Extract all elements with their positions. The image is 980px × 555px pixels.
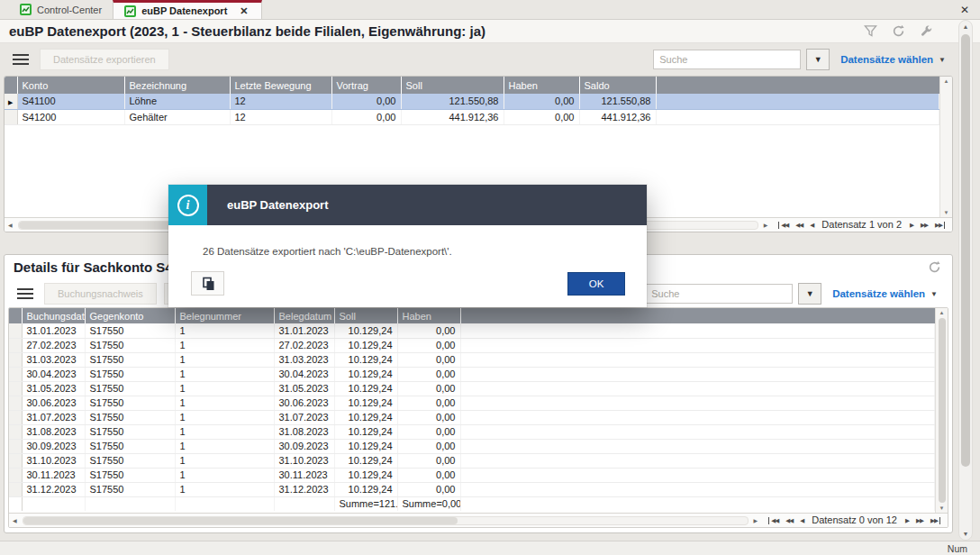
- column-header[interactable]: Soll: [401, 77, 504, 94]
- scroll-down-icon[interactable]: ▼: [940, 210, 953, 215]
- vertical-scrollbar[interactable]: ▲ ▼: [935, 308, 948, 513]
- window-vertical-scrollbar[interactable]: ▲ ▼: [958, 20, 973, 541]
- pager-next-button[interactable]: ▶: [902, 517, 912, 524]
- search-input[interactable]: [653, 50, 801, 69]
- table-row[interactable]: 31.10.2023S17550131.10.202310.129,240,00: [9, 453, 935, 468]
- pager-next-page-button[interactable]: ▶▶: [917, 222, 931, 229]
- table-cell: 12: [230, 94, 331, 109]
- table-cell: S17550: [85, 482, 175, 496]
- table-cell: S17550: [85, 352, 175, 367]
- summary-cell: [85, 496, 175, 511]
- scroll-down-icon[interactable]: ▼: [936, 505, 948, 511]
- pager-first-button[interactable]: ◀◀: [768, 517, 782, 524]
- choose-records-dropdown[interactable]: Datensätze wählen: [832, 288, 925, 299]
- table-cell: S17550: [85, 424, 175, 439]
- table-row[interactable]: 31.01.2023S17550131.01.202310.129,240,00: [9, 323, 935, 338]
- column-header[interactable]: Soll: [334, 308, 397, 323]
- column-header[interactable]: Gegenkonto: [85, 308, 175, 323]
- table-row[interactable]: 31.12.2023S17550131.12.202310.129,240,00: [9, 482, 935, 496]
- table-row[interactable]: 27.02.2023S17550127.02.202310.129,240,00: [9, 338, 935, 352]
- table-cell: S17550: [85, 453, 175, 468]
- table-row[interactable]: 30.04.2023S17550130.04.202310.129,240,00: [9, 367, 935, 381]
- column-header[interactable]: Belegnummer: [175, 308, 274, 323]
- column-header[interactable]: Vortrag: [331, 77, 401, 94]
- tab-control-center[interactable]: Control-Center: [9, 0, 113, 19]
- record-pager: ◀◀ ◀◀ ◀ Datensatz 0 von 12 ▶ ▶▶ ▶▶: [761, 515, 948, 526]
- refresh-icon[interactable]: [892, 24, 905, 38]
- status-bar: Num: [0, 541, 980, 555]
- table-cell: 30.06.2023: [22, 396, 85, 410]
- table-row[interactable]: ▶S41100Löhne120,00121.550,880,00121.550,…: [5, 94, 939, 109]
- table-row[interactable]: 30.11.2023S17550130.11.202310.129,240,00: [9, 468, 935, 482]
- table-row[interactable]: 30.09.2023S17550130.09.202310.129,240,00: [9, 439, 935, 453]
- table-row[interactable]: 31.08.2023S17550131.08.202310.129,240,00: [9, 424, 935, 439]
- table-cell: 10.129,24: [334, 396, 397, 410]
- menu-icon[interactable]: [13, 54, 29, 65]
- scrollbar-thumb[interactable]: [23, 517, 458, 524]
- export-records-button[interactable]: Datensätze exportieren: [40, 49, 169, 70]
- pager-next-page-button[interactable]: ▶▶: [912, 517, 927, 524]
- horizontal-scrollbar[interactable]: [23, 516, 749, 525]
- table-cell: 1: [175, 439, 274, 453]
- pager-last-button[interactable]: ▶▶: [931, 222, 945, 229]
- window-close-icon[interactable]: ✕: [957, 2, 973, 18]
- column-header[interactable]: Buchungsdatum: [22, 308, 85, 323]
- pager-first-button[interactable]: ◀◀: [778, 222, 792, 229]
- table-cell: 10.129,24: [334, 424, 397, 439]
- table-row[interactable]: 31.03.2023S17550131.03.202310.129,240,00: [9, 352, 935, 367]
- column-header[interactable]: Konto: [17, 77, 124, 94]
- row-indicator: [9, 338, 22, 352]
- filter-dropdown-button[interactable]: ▼: [798, 283, 821, 305]
- refresh-icon[interactable]: [928, 260, 941, 274]
- table-cell: 30.06.2023: [274, 396, 334, 410]
- table-row[interactable]: S41200Gehälter120,00441.912,360,00441.91…: [5, 109, 939, 124]
- table-cell: S17550: [85, 381, 175, 396]
- menu-icon[interactable]: [17, 288, 33, 299]
- booking-proof-button[interactable]: Buchungsnachweis: [44, 283, 157, 305]
- scroll-up-icon[interactable]: ▲: [940, 78, 953, 84]
- scroll-up-icon[interactable]: ▲: [936, 310, 948, 315]
- column-header[interactable]: Haben: [397, 308, 460, 323]
- table-cell-filler: [656, 94, 939, 109]
- filter-icon[interactable]: [864, 24, 877, 38]
- scrollbar-thumb[interactable]: [961, 34, 970, 467]
- copy-button[interactable]: [191, 271, 224, 296]
- filter-dropdown-button[interactable]: ▼: [806, 49, 830, 70]
- table-cell: 0,00: [397, 482, 460, 496]
- selected-row-marker-icon: ▶: [8, 99, 13, 105]
- tab-close-icon[interactable]: ✕: [238, 5, 250, 17]
- pager-last-button[interactable]: ▶▶: [927, 517, 940, 524]
- pager-prev-button[interactable]: ◀: [806, 222, 817, 229]
- table-cell: 1: [175, 396, 274, 410]
- table-cell: 1: [175, 482, 274, 496]
- tab-eubp-datenexport[interactable]: euBP Datenexport ✕: [113, 0, 261, 19]
- scroll-right-icon[interactable]: ▶: [750, 517, 762, 523]
- num-lock-indicator: Num: [948, 543, 967, 554]
- scroll-left-icon[interactable]: ◀: [9, 517, 21, 523]
- column-header[interactable]: Belegdatum: [274, 308, 334, 323]
- pager-next-button[interactable]: ▶: [906, 222, 917, 229]
- choose-records-dropdown[interactable]: Datensätze wählen: [840, 54, 933, 65]
- pager-prev-button[interactable]: ◀: [796, 517, 807, 524]
- column-header[interactable]: Letzte Bewegung: [230, 77, 331, 94]
- table-row[interactable]: 31.05.2023S17550131.05.202310.129,240,00: [9, 381, 935, 396]
- table-row[interactable]: 31.07.2023S17550131.07.202310.129,240,00: [9, 410, 935, 424]
- column-header[interactable]: Haben: [504, 77, 579, 94]
- vertical-scrollbar[interactable]: ▲ ▼: [939, 77, 952, 217]
- search-input[interactable]: [645, 284, 793, 304]
- scroll-up-icon[interactable]: ▲: [963, 21, 969, 32]
- table-cell: 1: [175, 453, 274, 468]
- wrench-icon[interactable]: [920, 24, 933, 38]
- ok-button[interactable]: OK: [567, 272, 625, 296]
- table-row[interactable]: 30.06.2023S17550130.06.202310.129,240,00: [9, 396, 935, 410]
- dialog-message: 26 Datensätze exportiert nach 'C:\euBP-D…: [203, 246, 452, 257]
- pager-prev-page-button[interactable]: ◀◀: [792, 222, 806, 229]
- scroll-down-icon[interactable]: ▼: [963, 528, 969, 540]
- column-header[interactable]: Bezeichnung: [124, 77, 230, 94]
- pager-prev-page-button[interactable]: ◀◀: [782, 517, 796, 524]
- table-cell-filler: [460, 381, 935, 396]
- column-header[interactable]: Saldo: [579, 77, 656, 94]
- scroll-right-icon[interactable]: ▶: [760, 222, 772, 228]
- table-cell: 1: [175, 338, 274, 352]
- scroll-left-icon[interactable]: ◀: [5, 222, 16, 228]
